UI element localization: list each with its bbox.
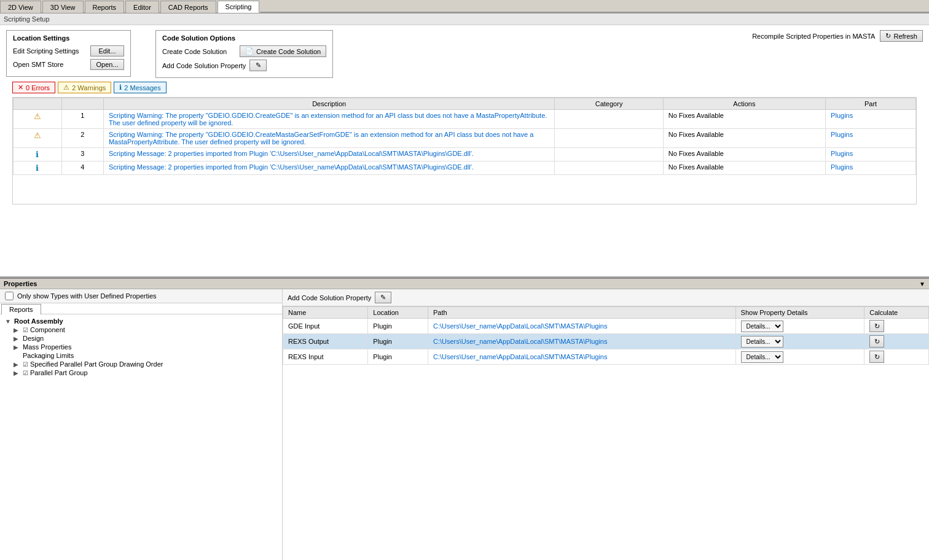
tree-expand-icon[interactable]: ▶ — [14, 344, 21, 351]
tab-reports[interactable]: Reports — [85, 1, 125, 13]
props-calc-cell: ↻ — [864, 319, 929, 334]
refresh-button[interactable]: ↻ Refresh — [880, 30, 923, 42]
part-link[interactable]: Plugins — [831, 163, 853, 171]
errors-badge[interactable]: ✕ 0 Errors — [12, 82, 55, 93]
table-row[interactable]: ⚠ 1 Scripting Warning: The property "GDE… — [14, 110, 916, 129]
tree-expand-icon[interactable]: ▶ — [14, 327, 21, 333]
table-row[interactable]: ℹ 4 Scripting Message: 2 properties impo… — [14, 161, 916, 175]
tree-expand-icon[interactable]: ▼ — [5, 318, 12, 325]
tab-cad-reports[interactable]: CAD Reports — [160, 1, 216, 13]
description-link[interactable]: Scripting Warning: The property "GDEIO.G… — [109, 131, 533, 146]
tree-checkbox-icon: ☑ — [23, 327, 28, 333]
tree-tabs: Reports — [0, 303, 282, 314]
row-category-cell — [555, 129, 663, 148]
row-part-cell: Plugins — [826, 161, 916, 175]
table-row[interactable]: REXS Output Plugin C:\Users\User_name\Ap… — [283, 334, 929, 349]
col-part: Part — [826, 98, 916, 110]
details-dropdown[interactable]: Details... — [741, 321, 783, 332]
part-link[interactable]: Plugins — [831, 150, 853, 157]
tree-expand-icon[interactable]: ▶ — [14, 335, 21, 342]
props-col-path: Path — [428, 307, 735, 319]
calculate-button[interactable]: ↻ — [869, 351, 884, 363]
props-options-bar: Add Code Solution Property ✎ — [283, 289, 929, 306]
props-name-cell: REXS Output — [283, 334, 368, 349]
messages-badge[interactable]: ℹ 2 Messages — [114, 82, 166, 93]
props-location-cell: Plugin — [368, 319, 428, 334]
list-item[interactable]: ▶☑Parallel Part Group — [5, 368, 277, 377]
refresh-icon: ↻ — [885, 32, 891, 40]
panel-chevron-icon[interactable]: ▼ — [919, 281, 925, 287]
row-icon-cell: ⚠ — [14, 129, 62, 148]
tree-expand-icon[interactable]: ▶ — [14, 370, 21, 376]
row-num-cell: 3 — [61, 148, 103, 161]
props-calc-cell: ↻ — [864, 349, 929, 365]
tab-2d-view[interactable]: 2D View — [0, 1, 41, 13]
row-description-cell: Scripting Warning: The property "GDEIO.G… — [103, 110, 555, 129]
row-part-cell: Plugins — [826, 110, 916, 129]
props-col-calculate: Calculate — [864, 307, 929, 319]
row-description-cell: Scripting Message: 2 properties imported… — [103, 161, 555, 175]
add-code-solution-props-label: Add Code Solution Property — [288, 294, 371, 301]
messages-table: Description Category Actions Part ⚠ 1 Sc… — [13, 98, 916, 175]
row-category-cell — [555, 148, 663, 161]
table-row[interactable]: ⚠ 2 Scripting Warning: The property "GDE… — [14, 129, 916, 148]
part-link[interactable]: Plugins — [831, 131, 853, 138]
props-table-container[interactable]: Name Location Path Show Property Details… — [283, 306, 929, 560]
props-path-cell: C:\Users\User_name\AppData\Local\SMT\MAS… — [428, 319, 735, 334]
list-item[interactable]: ▶Mass Properties — [5, 343, 277, 351]
path-link[interactable]: C:\Users\User_name\AppData\Local\SMT\MAS… — [433, 338, 607, 345]
description-link[interactable]: Scripting Message: 2 properties imported… — [109, 163, 474, 171]
warnings-badge[interactable]: ⚠ 2 Warnings — [58, 82, 111, 93]
tree-item-label: Parallel Part Group — [30, 369, 88, 376]
calculate-button[interactable]: ↻ — [869, 335, 884, 348]
table-row[interactable]: ℹ 3 Scripting Message: 2 properties impo… — [14, 148, 916, 161]
edit-icon: ✎ — [256, 61, 261, 69]
calculate-button[interactable]: ↻ — [869, 320, 884, 332]
props-location-cell: Plugin — [368, 334, 428, 349]
tree-tab-reports[interactable]: Reports — [1, 304, 41, 314]
info-row-icon: ℹ — [36, 150, 39, 159]
list-item[interactable]: Packaging Limits — [5, 351, 277, 360]
col-actions: Actions — [663, 98, 825, 110]
create-code-solution-button[interactable]: 📄 Create Code Solution — [240, 45, 326, 57]
details-dropdown[interactable]: Details... — [741, 351, 783, 363]
recompile-label: Recompile Scripted Properties in MASTA — [752, 33, 875, 40]
row-num-cell: 2 — [61, 129, 103, 148]
show-types-checkbox[interactable] — [5, 292, 14, 300]
top-panel: Scripting Setup Location Settings Edit S… — [0, 14, 929, 278]
row-description-cell: Scripting Warning: The property "GDEIO.G… — [103, 129, 555, 148]
section-label: Scripting Setup — [0, 14, 929, 25]
list-item[interactable]: ▶Design — [5, 334, 277, 343]
badges-row: ✕ 0 Errors ⚠ 2 Warnings ℹ 2 Messages — [6, 78, 923, 97]
tree-expand-icon[interactable]: ▶ — [14, 361, 21, 368]
tree-pane: Only show Types with User Defined Proper… — [0, 289, 283, 560]
props-table: Name Location Path Show Property Details… — [283, 306, 929, 365]
show-types-label: Only show Types with User Defined Proper… — [17, 292, 157, 300]
list-item[interactable]: ▼Root Assembly — [5, 317, 277, 325]
list-item[interactable]: ▶☑Specified Parallel Part Group Drawing … — [5, 360, 277, 368]
part-link[interactable]: Plugins — [831, 112, 853, 119]
tab-scripting[interactable]: Scripting — [218, 1, 260, 13]
row-part-cell: Plugins — [826, 148, 916, 161]
open-smt-button[interactable]: Open... — [90, 59, 124, 70]
table-row[interactable]: GDE Input Plugin C:\Users\User_name\AppD… — [283, 319, 929, 334]
table-row[interactable]: REXS Input Plugin C:\Users\User_name\App… — [283, 349, 929, 365]
list-item[interactable]: ▶☑Component — [5, 325, 277, 334]
add-code-solution-property-button[interactable]: ✎ — [249, 60, 267, 71]
location-settings-group: Location Settings Edit Scripting Setting… — [6, 30, 131, 77]
props-details-cell: Details... — [735, 319, 864, 334]
details-dropdown[interactable]: Details... — [741, 336, 783, 348]
add-code-solution-label: Add Code Solution Property — [162, 62, 246, 69]
description-link[interactable]: Scripting Warning: The property "GDEIO.G… — [109, 112, 547, 126]
edit-scripting-button[interactable]: Edit... — [90, 45, 124, 56]
row-actions-cell: No Fixes Available — [663, 129, 825, 148]
row-icon-cell: ℹ — [14, 161, 62, 175]
open-smt-row: Open SMT Store Open... — [13, 59, 124, 70]
description-link[interactable]: Scripting Message: 2 properties imported… — [109, 150, 474, 157]
tab-3d-view[interactable]: 3D View — [42, 1, 84, 13]
add-code-solution-props-button[interactable]: ✎ — [375, 292, 391, 303]
path-link[interactable]: C:\Users\User_name\AppData\Local\SMT\MAS… — [433, 322, 607, 330]
tab-editor[interactable]: Editor — [125, 1, 159, 13]
path-link[interactable]: C:\Users\User_name\AppData\Local\SMT\MAS… — [433, 353, 607, 360]
row-part-cell: Plugins — [826, 129, 916, 148]
